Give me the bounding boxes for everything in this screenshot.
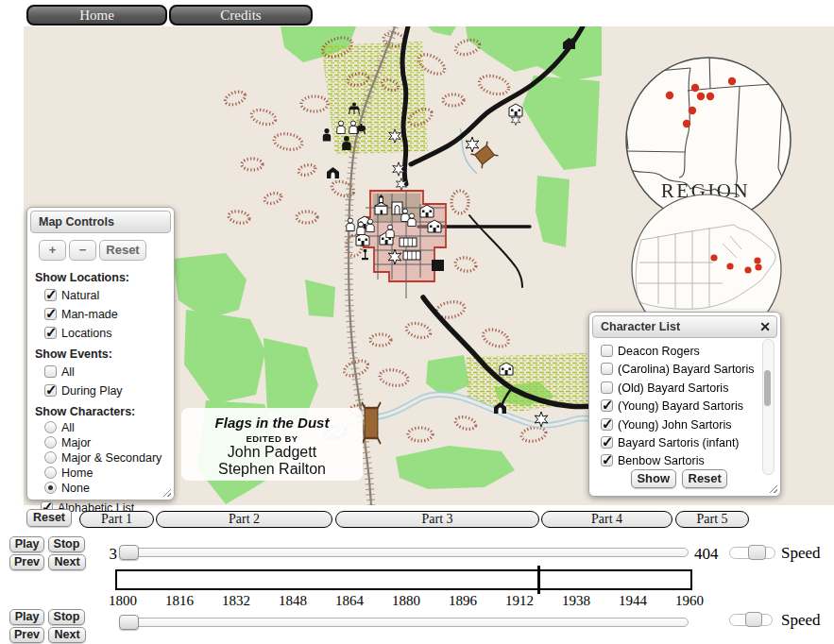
label-characters-major-secondary: Major & Secondary xyxy=(61,451,162,465)
play-button-2[interactable]: Play xyxy=(9,609,44,625)
person-icon xyxy=(366,219,374,232)
next-button-2[interactable]: Next xyxy=(48,627,86,643)
radio-characters-major[interactable] xyxy=(44,436,57,449)
label-natural: Natural xyxy=(61,289,99,302)
next-button[interactable]: Next xyxy=(48,554,86,570)
storefront-row-icon xyxy=(403,251,420,260)
checkbox-character-4[interactable] xyxy=(601,418,613,431)
character-list-title: Character List xyxy=(601,320,680,333)
part-1-tab[interactable]: Part 1 xyxy=(79,511,154,528)
radio-characters-major-secondary[interactable] xyxy=(44,451,57,464)
zoom-in-button[interactable]: + xyxy=(39,240,66,261)
label-during-play: During Play xyxy=(61,384,123,398)
character-label: Bayard Sartoris (infant) xyxy=(618,436,740,449)
railroad-bridge-icon xyxy=(362,402,381,444)
checkbox-locations[interactable] xyxy=(44,327,57,339)
person-icon xyxy=(386,225,394,238)
depot-icon xyxy=(432,260,444,271)
timeline-bar[interactable] xyxy=(115,569,692,590)
character-list-panel: Character List✕ Deacon Rogers (Carolina)… xyxy=(588,312,781,497)
prev-button-2[interactable]: Prev xyxy=(9,627,44,643)
tab-credits[interactable]: Credits xyxy=(169,5,313,25)
scrollbar-thumb[interactable] xyxy=(764,370,771,406)
character-label: (Young) John Sartoris xyxy=(618,418,731,432)
checkbox-character-2[interactable] xyxy=(601,381,613,394)
character-show-button[interactable]: Show xyxy=(631,469,676,488)
year-label: 1848 xyxy=(263,593,323,609)
checkbox-natural[interactable] xyxy=(44,289,57,301)
character-label: Deacon Rogers xyxy=(618,345,700,358)
year-label: 1816 xyxy=(149,593,210,609)
year-label: 1944 xyxy=(603,593,663,609)
tab-home[interactable]: Home xyxy=(26,5,167,25)
edited-by-label: EDITED BY xyxy=(181,431,363,444)
part-2-tab[interactable]: Part 2 xyxy=(156,511,332,528)
play-button[interactable]: Play xyxy=(9,536,44,552)
character-list-header[interactable]: Character List✕ xyxy=(592,315,777,338)
speed-label-1: Speed xyxy=(781,544,821,563)
event-slider-max-label: 404 xyxy=(694,545,719,564)
radio-characters-all[interactable] xyxy=(44,421,57,433)
character-row: Benbow Sartoris xyxy=(589,452,780,470)
speed-label-2: Speed xyxy=(781,611,821,630)
checkbox-character-5[interactable] xyxy=(601,436,613,449)
character-label: (Old) Bayard Sartoris xyxy=(618,381,728,395)
year-slider-thumb[interactable] xyxy=(119,615,139,630)
label-characters-none: None xyxy=(61,482,90,495)
checkbox-character-0[interactable] xyxy=(601,345,613,357)
character-row: Deacon Rogers xyxy=(589,343,780,361)
map-controls-panel: Map Controls + − Reset Show Locations: N… xyxy=(26,207,175,500)
zoom-out-button[interactable]: − xyxy=(69,240,96,261)
speed-slider-1-thumb[interactable] xyxy=(748,545,766,560)
app-window: Home Credits xyxy=(0,0,834,644)
year-label: 1880 xyxy=(376,593,436,609)
playback-reset-button[interactable]: Reset xyxy=(26,509,72,527)
person-icon xyxy=(349,121,357,134)
close-icon[interactable]: ✕ xyxy=(759,319,771,334)
prev-button[interactable]: Prev xyxy=(9,554,44,570)
label-characters-major: Major xyxy=(61,436,91,449)
person-icon xyxy=(408,213,416,227)
label-all-events: All xyxy=(61,365,75,379)
radio-characters-none[interactable] xyxy=(44,482,57,494)
radio-characters-home[interactable] xyxy=(44,466,57,479)
year-label: 1938 xyxy=(546,593,606,609)
map-title-box: Flags in the Dust EDITED BY John Padgett… xyxy=(181,408,363,481)
character-label: Benbow Sartoris xyxy=(618,454,705,467)
part-5-tab[interactable]: Part 5 xyxy=(675,511,749,528)
stop-button-2[interactable]: Stop xyxy=(48,609,85,625)
character-row: (Young) Bayard Sartoris xyxy=(589,398,780,415)
timeline-marker[interactable] xyxy=(537,566,540,594)
year-label: 1912 xyxy=(489,593,550,609)
editor-name: John Padgett xyxy=(181,444,363,461)
show-characters-label: Show Characters: xyxy=(35,405,166,418)
checkbox-character-3[interactable] xyxy=(601,399,613,412)
storefront-row-icon xyxy=(400,238,417,246)
character-label: (Carolina) Bayard Sartoris xyxy=(618,363,755,376)
stop-button[interactable]: Stop xyxy=(48,536,85,552)
arch-building-icon xyxy=(392,202,402,214)
part-3-tab[interactable]: Part 3 xyxy=(335,511,539,528)
checkbox-character-6[interactable] xyxy=(601,454,613,466)
year-label: 1864 xyxy=(319,593,380,609)
event-slider[interactable] xyxy=(119,548,689,557)
map-reset-button[interactable]: Reset xyxy=(99,240,146,261)
event-slider-thumb[interactable] xyxy=(119,545,139,560)
speed-slider-2-thumb[interactable] xyxy=(745,612,762,627)
checkbox-man-made[interactable] xyxy=(44,308,57,320)
checkbox-during-play[interactable] xyxy=(44,384,57,397)
character-reset-button[interactable]: Reset xyxy=(682,469,727,488)
character-row: Bayard Sartoris (infant) xyxy=(589,434,780,452)
label-characters-home: Home xyxy=(61,466,93,480)
label-characters-all: All xyxy=(61,421,75,434)
year-label: 1832 xyxy=(206,593,266,609)
checkbox-all-events[interactable] xyxy=(44,365,57,378)
year-slider[interactable] xyxy=(119,618,689,627)
character-list-scrollbar[interactable] xyxy=(762,339,774,475)
map-controls-header[interactable]: Map Controls xyxy=(30,211,171,233)
year-label: 1960 xyxy=(659,593,720,609)
label-man-made: Man-made xyxy=(61,308,118,321)
checkbox-character-1[interactable] xyxy=(601,363,613,375)
event-slider-min-label: 3 xyxy=(98,545,117,564)
part-4-tab[interactable]: Part 4 xyxy=(541,511,672,528)
